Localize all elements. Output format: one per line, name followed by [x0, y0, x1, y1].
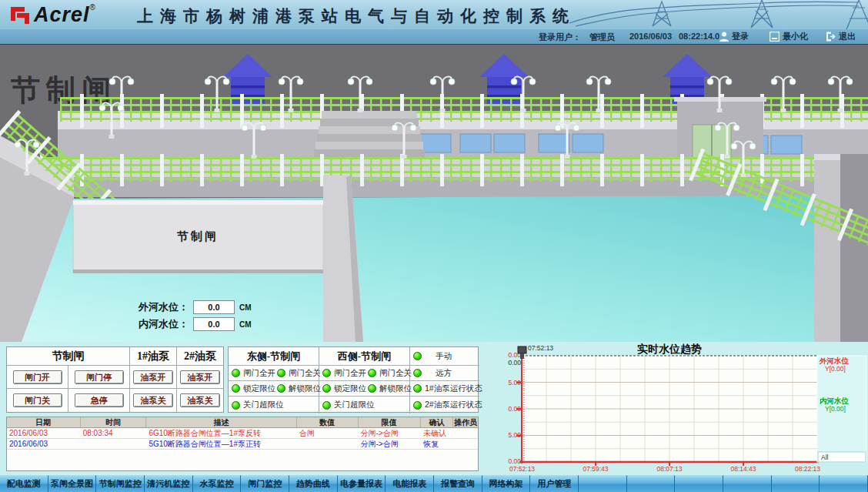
inner-river-level-value[interactable] [193, 317, 235, 331]
svg-text:08:07:13: 08:07:13 [656, 465, 682, 473]
col-limit: 限值 [359, 417, 422, 427]
nav-tab-network-structure[interactable]: 网络构架 [482, 475, 531, 492]
east-unlock-limit-led [277, 384, 285, 393]
col-date: 日期 [7, 417, 81, 427]
bottom-nav-bar: 配电监测 泵闸全景图 节制闸监控 清污机监控 水泵监控 闸门监控 趋势曲线 电参… [0, 475, 868, 492]
y-secondary-label: 500.00 [508, 359, 521, 366]
nav-tab-trend-curves[interactable]: 趋势曲线 [289, 475, 338, 492]
pump1-running-status: 1#油泵运行状态 [410, 381, 479, 397]
water-level-trend-chart: 实时水位趋势 07:52:13 [508, 342, 868, 474]
minimize-button[interactable]: 最小化 [770, 31, 808, 42]
range-selector[interactable]: All [818, 452, 866, 462]
east-lock-limit-label: 锁定限位 [243, 383, 275, 394]
svg-text:07:52:13: 07:52:13 [509, 465, 535, 473]
col-value: 数值 [297, 417, 359, 427]
west-lock-limit: 锁定限位 [319, 381, 365, 397]
west-full-open-led [322, 369, 331, 377]
nav-tab-parameter-report[interactable]: 电参量报表 [338, 475, 386, 492]
gate-close-button[interactable]: 闸门关 [13, 393, 62, 407]
system-time: 08:22:14.0 [679, 32, 719, 41]
east-overclose-limit: 关门超限位 [229, 397, 319, 413]
system-date: 2016/06/03 [629, 32, 672, 41]
user-icon [719, 32, 729, 42]
svg-text:07:59:43: 07:59:43 [583, 465, 608, 473]
col-operator: 操作员 [453, 417, 478, 427]
login-user-label: 登录用户： [539, 32, 581, 43]
nav-tab-power-monitor[interactable]: 配电监测 [0, 475, 48, 492]
inner-river-level-row: 内河水位： CM [139, 317, 252, 331]
svg-text:0.00: 0.00 [508, 457, 521, 465]
nav-tab-pump-monitor[interactable]: 水泵监控 [193, 475, 242, 492]
cursor-time-label: 07:52:13 [528, 344, 553, 352]
east-unlock-limit: 解锁限位 [274, 381, 319, 397]
nav-tab-empty[interactable] [723, 475, 772, 492]
emergency-stop-button[interactable]: 急停 [75, 393, 124, 407]
brand-registered-mark: ® [90, 3, 95, 12]
pump1-on-button[interactable]: 油泵开 [133, 370, 173, 384]
y-tick-labels: 500.00 375.00 250.00 125.00 0.00 [508, 351, 521, 465]
west-gate-header: 西侧-节制闸 [319, 347, 410, 366]
exit-icon [826, 32, 836, 42]
nav-tab-empty[interactable] [579, 475, 627, 492]
acrel-logo-icon [8, 2, 34, 27]
outer-river-level-value[interactable] [193, 300, 235, 314]
x-tick-labels: 07:52:13 07:59:43 08:07:13 08:14:43 08:2… [509, 465, 820, 473]
east-full-close-led [277, 369, 285, 377]
alarm-table-header: 日期 时间 描述 数值 限值 确认 操作员 [7, 417, 478, 428]
west-full-open-label: 闸门全开 [334, 368, 366, 379]
nav-tab-empty[interactable] [675, 475, 723, 492]
nav-tab-trash-rack-monitor[interactable]: 清污机监控 [145, 475, 193, 492]
right-channel-wall [814, 160, 840, 342]
main-window: Acrel ® 上海市杨树浦港泵站电气与自动化控制系统 登录用户： 管理员 20… [0, 0, 868, 492]
pump2-on-button[interactable]: 油泵开 [180, 370, 220, 384]
nav-tab-empty[interactable] [627, 475, 676, 492]
minimize-button-label: 最小化 [783, 31, 808, 42]
sluice-gate-3d-scene: 节制闸 [0, 45, 868, 342]
west-full-close-led [368, 369, 376, 377]
west-lock-limit-label: 锁定限位 [334, 383, 366, 394]
col-description: 描述 [146, 417, 296, 427]
nav-tab-gate-monitor[interactable]: 闸门监控 [241, 475, 289, 492]
gate-open-button[interactable]: 闸门开 [13, 370, 62, 384]
inner-river-level-unit: CM [239, 320, 252, 329]
alarm-row[interactable]: 2016/06/03 08:03:34 6G10断路器合闸位置—1#泵反转 合闸… [7, 428, 478, 439]
nav-tab-user-management[interactable]: 用户管理 [530, 475, 579, 492]
brand-text: Acrel [34, 2, 90, 27]
pump1-section-header: 1#油泵 [130, 347, 177, 366]
pump1-off-button[interactable]: 油泵关 [133, 393, 173, 407]
east-overclose-led [232, 401, 240, 410]
login-button[interactable]: 登录 [719, 31, 749, 42]
nav-tab-station-overview[interactable]: 泵闸全景图 [48, 475, 97, 492]
east-gate-full-close: 闸门全关 [274, 366, 319, 381]
east-lock-limit: 锁定限位 [229, 381, 274, 397]
pump2-off-button[interactable]: 油泵关 [180, 393, 220, 407]
pump2-running-label: 2#油泵运行状态 [425, 400, 482, 410]
pump1-running-led [413, 384, 422, 393]
inner-river-level-label: 内河水位： [139, 317, 189, 331]
outer-river-level-label: 外河水位： [139, 300, 189, 314]
stairs [314, 111, 425, 159]
status-manual-label: 手动 [436, 351, 452, 362]
chart-title: 实时水位趋势 [637, 343, 702, 355]
transmission-towers-art [560, 0, 868, 29]
svg-text:125.00: 125.00 [508, 431, 521, 439]
alarm-row[interactable]: 2016/06/03 5G10断路器合闸位置—1#泵正转 分闸->合闸 恢复 [7, 439, 478, 450]
svg-text:08:14:43: 08:14:43 [730, 465, 756, 473]
status-remote: 远方 [410, 366, 479, 381]
east-full-open-led [232, 369, 240, 377]
west-unlock-limit-label: 解锁限位 [379, 383, 412, 394]
nav-tab-sluice-monitor[interactable]: 节制闸监控 [96, 475, 145, 492]
col-time: 时间 [81, 417, 147, 427]
nav-tab-empty[interactable] [772, 475, 820, 492]
nav-tab-empty[interactable] [820, 475, 868, 492]
header-bar: Acrel ® 上海市杨树浦港泵站电气与自动化控制系统 [0, 0, 868, 29]
sluice-gate: 节制闸 [73, 200, 323, 273]
east-full-open-label: 闸门全开 [243, 368, 275, 379]
nav-tab-energy-report[interactable]: 电能报表 [386, 475, 434, 492]
exit-button[interactable]: 退出 [826, 31, 856, 42]
nav-tab-alarm-query[interactable]: 报警查询 [434, 475, 482, 492]
east-unlock-limit-label: 解锁限位 [289, 383, 321, 394]
gate-stop-button[interactable]: 闸门停 [75, 370, 124, 384]
outer-river-level-row: 外河水位： CM [139, 300, 252, 314]
west-gate-full-close: 闸门全关 [365, 366, 410, 381]
